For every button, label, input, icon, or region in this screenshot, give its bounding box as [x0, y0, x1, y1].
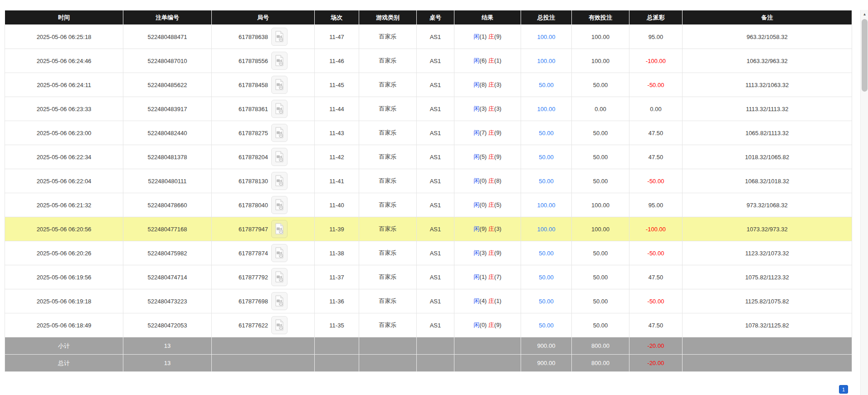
- cell-total-bet-link[interactable]: 50.00: [521, 289, 572, 313]
- footer-count: 13: [123, 355, 212, 372]
- cell-session: 11-37: [315, 265, 359, 289]
- cell-table-no: AS1: [417, 313, 454, 337]
- cell-game-type: 百家乐: [359, 289, 417, 313]
- result-player-score: (6): [479, 57, 487, 64]
- result-banker-label: 庄: [488, 273, 494, 280]
- cell-total-bet-link[interactable]: 50.00: [521, 73, 572, 97]
- cell-total-bet-link[interactable]: 100.00: [521, 217, 572, 241]
- result-banker-label: 庄: [488, 153, 494, 160]
- result-banker-label: 庄: [488, 177, 494, 184]
- cell-session: 11-35: [315, 313, 359, 337]
- cell-table-no: AS1: [417, 241, 454, 265]
- cell-bet-id: 522480473223: [123, 289, 212, 313]
- cell-session: 11-45: [315, 73, 359, 97]
- cell-total-bet-link[interactable]: 100.00: [521, 193, 572, 217]
- result-player-label: 闲: [473, 201, 479, 208]
- scrollbar-up-arrow-icon[interactable]: ▲: [861, 10, 868, 18]
- cell-table-no: AS1: [417, 25, 454, 49]
- cell-valid-bet: 50.00: [572, 289, 629, 313]
- cell-total-bet-link[interactable]: 50.00: [521, 241, 572, 265]
- table-row[interactable]: 2025-05-06 06:19:18522480473223617877698…: [5, 289, 852, 313]
- table-row[interactable]: 2025-05-06 06:23:00522480482440617878275…: [5, 121, 852, 145]
- table-row[interactable]: 2025-05-06 06:23:33522480483917617878361…: [5, 97, 852, 121]
- cell-payout: 47.50: [629, 145, 683, 169]
- round-number: 617878275: [239, 130, 268, 137]
- cell-time: 2025-05-06 06:23:00: [5, 121, 123, 145]
- cell-total-bet-link[interactable]: 100.00: [521, 49, 572, 73]
- video-replay-button[interactable]: [271, 316, 288, 334]
- round-number: 617878458: [239, 82, 268, 88]
- cell-bet-id: 522480477168: [123, 217, 212, 241]
- result-banker-score: (8): [494, 177, 502, 184]
- cell-payout: 95.00: [629, 193, 683, 217]
- footer-payout: -20.00: [629, 337, 683, 355]
- scrollbar-thumb[interactable]: [862, 19, 868, 92]
- result-player-label: 闲: [473, 177, 479, 184]
- pagination-page-1-button[interactable]: 1: [839, 385, 848, 394]
- footer-remark: [683, 337, 852, 355]
- vertical-scrollbar[interactable]: ▲: [860, 10, 868, 395]
- cell-round: 617877698: [212, 289, 315, 313]
- cell-valid-bet: 50.00: [572, 241, 629, 265]
- video-replay-button[interactable]: [271, 124, 288, 142]
- cell-game-type: 百家乐: [359, 193, 417, 217]
- result-player-label: 闲: [473, 129, 479, 136]
- table-row[interactable]: 2025-05-06 06:21:32522480478660617878040…: [5, 193, 852, 217]
- footer-empty-cell: [212, 355, 315, 372]
- cell-total-bet-link[interactable]: 50.00: [521, 169, 572, 193]
- video-file-icon: [274, 175, 284, 187]
- cell-valid-bet: 100.00: [572, 193, 629, 217]
- cell-payout: 47.50: [629, 313, 683, 337]
- video-replay-button[interactable]: [271, 268, 288, 286]
- video-replay-button[interactable]: [271, 52, 288, 70]
- cell-game-type: 百家乐: [359, 73, 417, 97]
- cell-total-bet-link[interactable]: 100.00: [521, 25, 572, 49]
- table-row[interactable]: 2025-05-06 06:24:11522480485622617878458…: [5, 73, 852, 97]
- cell-total-bet-link[interactable]: 50.00: [521, 265, 572, 289]
- cell-total-bet-link[interactable]: 50.00: [521, 145, 572, 169]
- cell-result: 闲(6) 庄(1): [454, 49, 521, 73]
- cell-total-bet-link[interactable]: 50.00: [521, 313, 572, 337]
- cell-remark: 1075.82/1123.32: [683, 265, 852, 289]
- cell-total-bet-link[interactable]: 100.00: [521, 97, 572, 121]
- cell-bet-id: 522480483917: [123, 97, 212, 121]
- cell-result: 闲(0) 庄(8): [454, 169, 521, 193]
- table-row[interactable]: 2025-05-06 06:20:26522480475982617877874…: [5, 241, 852, 265]
- table-row[interactable]: 2025-05-06 06:25:18522480488471617878638…: [5, 25, 852, 49]
- video-replay-button[interactable]: [271, 244, 288, 262]
- result-player-score: (7): [479, 129, 487, 136]
- table-row[interactable]: 2025-05-06 06:18:49522480472053617877622…: [5, 313, 852, 337]
- table-row[interactable]: 2025-05-06 06:24:46522480487010617878556…: [5, 49, 852, 73]
- result-banker-score: (3): [494, 81, 502, 88]
- table-row[interactable]: 2025-05-06 06:20:56522480477168617877947…: [5, 217, 852, 241]
- video-replay-button[interactable]: [271, 172, 288, 190]
- table-row[interactable]: 2025-05-06 06:22:04522480480111617878130…: [5, 169, 852, 193]
- video-replay-button[interactable]: [271, 292, 288, 310]
- table-row[interactable]: 2025-05-06 06:22:34522480481378617878204…: [5, 145, 852, 169]
- video-replay-button[interactable]: [271, 28, 288, 46]
- cell-table-no: AS1: [417, 289, 454, 313]
- col-header-payout: 总派彩: [629, 10, 683, 25]
- cell-valid-bet: 100.00: [572, 217, 629, 241]
- col-header-session: 场次: [315, 10, 359, 25]
- table-row[interactable]: 2025-05-06 06:19:56522480474714617877792…: [5, 265, 852, 289]
- video-replay-button[interactable]: [271, 196, 288, 214]
- video-replay-button[interactable]: [271, 76, 288, 94]
- result-player-score: (0): [479, 201, 487, 208]
- cell-total-bet-link[interactable]: 50.00: [521, 121, 572, 145]
- cell-payout: -50.00: [629, 169, 683, 193]
- footer-valid-bet: 800.00: [572, 337, 629, 355]
- result-player-label: 闲: [473, 297, 479, 304]
- video-replay-button[interactable]: [271, 100, 288, 118]
- video-replay-button[interactable]: [271, 220, 288, 238]
- cell-time: 2025-05-06 06:19:18: [5, 289, 123, 313]
- cell-session: 11-47: [315, 25, 359, 49]
- col-header-remark: 备注: [683, 10, 852, 25]
- round-number: 617878361: [239, 106, 268, 112]
- cell-game-type: 百家乐: [359, 25, 417, 49]
- cell-game-type: 百家乐: [359, 97, 417, 121]
- cell-time: 2025-05-06 06:20:56: [5, 217, 123, 241]
- video-replay-button[interactable]: [271, 148, 288, 166]
- result-player-score: (9): [479, 225, 487, 232]
- result-banker-score: (1): [494, 57, 502, 64]
